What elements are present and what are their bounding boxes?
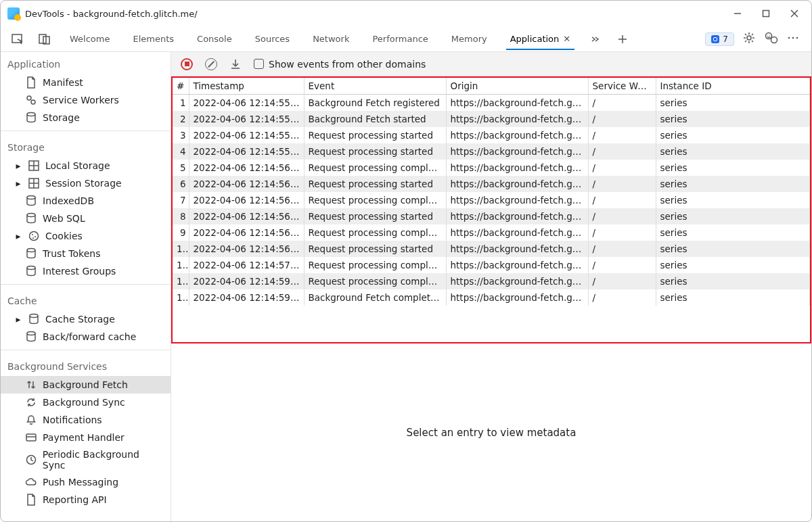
sidebar-item-session-storage[interactable]: ▸Session Storage bbox=[1, 174, 171, 192]
tab-performance[interactable]: Performance bbox=[363, 28, 437, 50]
table-row[interactable]: 12022-04-06 12:14:55.1…Background Fetch … bbox=[173, 95, 810, 112]
table-row[interactable]: 92022-04-06 12:14:56.8…Request processin… bbox=[173, 224, 810, 241]
svg-point-33 bbox=[27, 266, 35, 270]
tab-welcome[interactable]: Welcome bbox=[60, 28, 119, 50]
col-event[interactable]: Event bbox=[304, 78, 446, 95]
svg-point-16 bbox=[796, 37, 798, 39]
sidebar-item-indexeddb[interactable]: IndexedDB bbox=[1, 192, 171, 210]
table-row[interactable]: 1…2022-04-06 12:14:57.5…Request processi… bbox=[173, 257, 810, 273]
sidebar-item-payment-handler[interactable]: Payment Handler bbox=[1, 429, 171, 446]
svg-point-12 bbox=[769, 34, 770, 35]
card-icon bbox=[25, 431, 37, 444]
svg-point-34 bbox=[30, 314, 38, 318]
table-row[interactable]: 82022-04-06 12:14:56.2…Request processin… bbox=[173, 208, 810, 224]
tab-application[interactable]: Application✕ bbox=[501, 28, 581, 50]
settings-icon[interactable] bbox=[742, 31, 756, 47]
close-icon[interactable]: ✕ bbox=[563, 34, 570, 44]
record-button[interactable] bbox=[181, 58, 193, 70]
maximize-button[interactable] bbox=[761, 9, 771, 18]
window-title: DevTools - background-fetch.glitch.me/ bbox=[25, 9, 198, 19]
table-row[interactable]: 62022-04-06 12:14:56.2…Request processin… bbox=[173, 176, 810, 192]
col-number[interactable]: # bbox=[173, 78, 189, 95]
tab-memory[interactable]: Memory bbox=[442, 28, 497, 50]
sidebar-section-storage: Storage bbox=[1, 135, 171, 157]
sidebar-item-trust-tokens[interactable]: Trust Tokens bbox=[1, 245, 171, 262]
tab-network[interactable]: Network bbox=[303, 28, 359, 50]
sidebar-item-background-fetch[interactable]: Background Fetch bbox=[1, 376, 171, 394]
sidebar-item-storage[interactable]: Storage bbox=[1, 109, 171, 126]
feedback-icon[interactable] bbox=[764, 31, 779, 47]
database-icon bbox=[28, 313, 40, 325]
sidebar-item-interest-groups[interactable]: Interest Groups bbox=[1, 262, 171, 280]
tab-elements[interactable]: Elements bbox=[123, 28, 183, 50]
application-sidebar: Application Manifest Service Workers Sto… bbox=[1, 52, 171, 521]
svg-point-18 bbox=[31, 100, 35, 104]
sidebar-section-bgservices: Background Services bbox=[1, 354, 171, 376]
svg-rect-5 bbox=[39, 34, 46, 43]
svg-point-32 bbox=[27, 249, 35, 252]
table-header-row[interactable]: # Timestamp Event Origin Service Wor… In… bbox=[173, 78, 810, 95]
sidebar-item-cache-storage[interactable]: ▸Cache Storage bbox=[1, 310, 171, 328]
show-other-domains-checkbox[interactable]: Show events from other domains bbox=[254, 59, 426, 70]
devtools-app-icon bbox=[7, 7, 20, 20]
transfer-icon bbox=[25, 379, 37, 391]
sync-icon bbox=[25, 396, 37, 408]
sidebar-item-periodic-sync[interactable]: Periodic Background Sync bbox=[1, 446, 171, 473]
col-instance-id[interactable]: Instance ID bbox=[656, 78, 810, 95]
inspect-element-icon[interactable] bbox=[6, 30, 29, 49]
col-origin[interactable]: Origin bbox=[446, 78, 588, 95]
sidebar-item-local-storage[interactable]: ▸Local Storage bbox=[1, 157, 171, 174]
svg-point-30 bbox=[35, 236, 36, 237]
sidebar-item-notifications[interactable]: Notifications bbox=[1, 411, 171, 429]
chevron-right-icon: ▸ bbox=[14, 314, 22, 325]
cookie-icon bbox=[28, 230, 40, 242]
svg-point-14 bbox=[788, 37, 790, 39]
database-icon bbox=[25, 212, 37, 224]
tab-console[interactable]: Console bbox=[187, 28, 242, 50]
table-row[interactable]: 52022-04-06 12:14:56.2…Request processin… bbox=[173, 160, 810, 176]
clear-button[interactable] bbox=[205, 58, 217, 70]
events-toolbar: Show events from other domains bbox=[171, 52, 811, 76]
minimize-button[interactable] bbox=[733, 9, 742, 18]
svg-point-27 bbox=[27, 214, 35, 217]
sidebar-section-cache: Cache bbox=[1, 289, 171, 310]
more-tabs-icon[interactable] bbox=[584, 30, 607, 49]
tab-sources[interactable]: Sources bbox=[246, 28, 299, 50]
devtools-tabsbar: Welcome Elements Console Sources Network… bbox=[1, 26, 811, 52]
add-tab-icon[interactable] bbox=[611, 30, 634, 49]
sidebar-item-push-messaging[interactable]: Push Messaging bbox=[1, 473, 171, 491]
database-icon bbox=[25, 247, 37, 260]
table-row[interactable]: 42022-04-06 12:14:55.2…Request processin… bbox=[173, 143, 810, 160]
chevron-right-icon: ▸ bbox=[14, 160, 22, 171]
database-icon bbox=[25, 331, 37, 343]
sidebar-item-service-workers[interactable]: Service Workers bbox=[1, 91, 171, 109]
table-row[interactable]: 22022-04-06 12:14:55.1…Background Fetch … bbox=[173, 111, 810, 127]
table-row[interactable]: 1…2022-04-06 12:14:59.8…Background Fetch… bbox=[173, 289, 810, 306]
sidebar-item-bfcache[interactable]: Back/forward cache bbox=[1, 328, 171, 346]
sidebar-item-manifest[interactable]: Manifest bbox=[1, 74, 171, 91]
table-row[interactable]: 72022-04-06 12:14:56.2…Request processin… bbox=[173, 192, 810, 208]
cloud-icon bbox=[25, 476, 37, 488]
sidebar-item-reporting-api[interactable]: Reporting API bbox=[1, 491, 171, 508]
database-icon bbox=[25, 112, 37, 124]
sidebar-item-background-sync[interactable]: Background Sync bbox=[1, 394, 171, 411]
svg-point-35 bbox=[27, 332, 35, 335]
table-row[interactable]: 32022-04-06 12:14:55.1…Request processin… bbox=[173, 127, 810, 143]
svg-point-29 bbox=[32, 234, 33, 235]
database-icon bbox=[25, 195, 37, 207]
close-button[interactable] bbox=[790, 9, 799, 18]
save-button[interactable] bbox=[229, 58, 242, 70]
table-row[interactable]: 1…2022-04-06 12:14:59.8…Request processi… bbox=[173, 273, 810, 289]
device-toggle-icon[interactable] bbox=[33, 30, 56, 49]
col-timestamp[interactable]: Timestamp bbox=[189, 78, 304, 95]
sidebar-item-websql[interactable]: Web SQL bbox=[1, 210, 171, 227]
issues-button[interactable]: 7 bbox=[705, 32, 734, 46]
table-row[interactable]: 1…2022-04-06 12:14:56.8…Request processi… bbox=[173, 241, 810, 257]
more-menu-icon[interactable] bbox=[787, 33, 799, 45]
svg-point-15 bbox=[792, 37, 794, 39]
window-titlebar: DevTools - background-fetch.glitch.me/ bbox=[1, 1, 811, 26]
bell-icon bbox=[25, 414, 37, 426]
svg-point-31 bbox=[32, 237, 34, 239]
sidebar-item-cookies[interactable]: ▸Cookies bbox=[1, 227, 171, 245]
col-service-worker[interactable]: Service Wor… bbox=[588, 78, 656, 95]
